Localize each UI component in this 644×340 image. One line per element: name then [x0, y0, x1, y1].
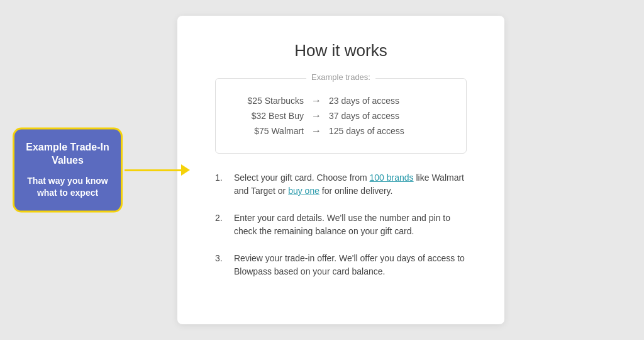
step-text: Select your gift card. Choose from 100 b… — [234, 171, 467, 198]
step-item: 2.Enter your card details. We'll use the… — [215, 212, 467, 238]
buy-one-link[interactable]: buy one — [288, 186, 319, 196]
trade-row: $32 Best Buy → 37 days of access — [235, 110, 447, 122]
callout-arrow — [125, 164, 190, 176]
brands-link[interactable]: 100 brands — [370, 173, 414, 183]
step-text: Review your trade-in offer. We'll offer … — [234, 252, 467, 278]
main-card: How it works Example trades: $25 Starbuc… — [177, 16, 504, 324]
access-days-label: 23 days of access — [329, 96, 399, 106]
arrow-line — [125, 169, 181, 171]
step-item: 1.Select your gift card. Choose from 100… — [215, 171, 467, 198]
trade-row: $25 Starbucks → 23 days of access — [235, 95, 447, 106]
trade-row: $75 Walmart → 125 days of access — [235, 125, 447, 137]
step-number: 1. — [215, 171, 229, 198]
page-title: How it works — [215, 41, 467, 60]
gift-card-label: $75 Walmart — [235, 126, 304, 136]
trade-arrow: → — [311, 95, 321, 106]
access-days-label: 125 days of access — [329, 126, 404, 136]
gift-card-label: $25 Starbucks — [235, 96, 304, 106]
steps-list: 1.Select your gift card. Choose from 100… — [215, 171, 467, 278]
trades-box: Example trades: $25 Starbucks → 23 days … — [215, 78, 467, 154]
step-number: 3. — [215, 252, 229, 278]
step-number: 2. — [215, 212, 229, 238]
arrow-head — [181, 164, 190, 176]
callout-title: Example Trade-In Values — [25, 141, 111, 167]
trade-arrow: → — [311, 125, 321, 137]
trades-label: Example trades: — [306, 72, 375, 82]
gift-card-label: $32 Best Buy — [235, 111, 304, 121]
step-item: 3.Review your trade-in offer. We'll offe… — [215, 252, 467, 278]
callout-box: Example Trade-In Values That way you kno… — [13, 128, 123, 213]
access-days-label: 37 days of access — [329, 111, 399, 121]
trade-arrow: → — [311, 110, 321, 122]
step-text: Enter your card details. We'll use the n… — [234, 212, 467, 238]
callout-subtitle: That way you know what to expect — [25, 174, 111, 199]
